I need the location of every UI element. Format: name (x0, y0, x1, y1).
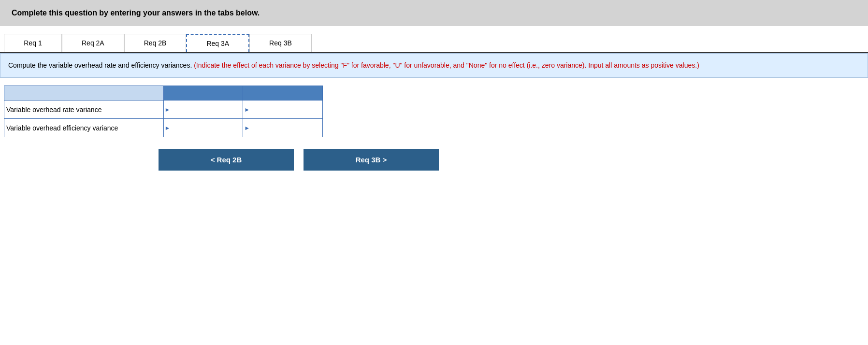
arrow-icon-4: ► (243, 125, 251, 131)
tab-req1[interactable]: Req 1 (4, 34, 62, 52)
efficiency-variance-effect-cell: ► (243, 119, 323, 137)
instruction-box: Compute the variable overhead rate and e… (0, 53, 868, 78)
rate-variance-amount-cell: ► (163, 101, 243, 119)
col-header-amount (163, 86, 243, 101)
table-row: Variable overhead efficiency variance ► … (4, 119, 323, 137)
arrow-icon-3: ► (164, 125, 172, 131)
instruction-black: Compute the variable overhead rate and e… (8, 61, 192, 69)
efficiency-variance-amount-input[interactable] (171, 120, 243, 136)
arrow-icon-1: ► (164, 106, 172, 113)
prev-button[interactable]: < Req 2B (159, 149, 294, 171)
tab-req3b[interactable]: Req 3B (249, 34, 312, 52)
instruction-red: (Indicate the effect of each variance by… (194, 61, 699, 69)
efficiency-variance-amount-cell: ► (163, 119, 243, 137)
tab-req2b[interactable]: Req 2B (124, 34, 187, 52)
tabs-container: Req 1 Req 2A Req 2B Req 3A Req 3B (0, 34, 868, 53)
col-header-effect (243, 86, 323, 101)
rate-variance-amount-input[interactable] (171, 101, 243, 118)
efficiency-variance-effect-input[interactable] (251, 120, 322, 136)
header-banner: Complete this question by entering your … (0, 0, 868, 26)
content-area: Variable overhead rate variance ► ► Vari… (0, 78, 868, 178)
arrow-icon-2: ► (243, 106, 251, 113)
tab-req2a[interactable]: Req 2A (62, 34, 124, 52)
row-label-efficiency-variance: Variable overhead efficiency variance (4, 119, 164, 137)
row-label-rate-variance: Variable overhead rate variance (4, 101, 164, 119)
rate-variance-effect-cell: ► (243, 101, 323, 119)
next-button[interactable]: Req 3B > (304, 149, 439, 171)
col-header-label (4, 86, 164, 101)
tab-req3a[interactable]: Req 3A (186, 34, 249, 52)
rate-variance-effect-input[interactable] (251, 101, 322, 118)
variance-table: Variable overhead rate variance ► ► Vari… (4, 86, 323, 137)
table-row: Variable overhead rate variance ► ► (4, 101, 323, 119)
buttons-row: < Req 2B Req 3B > (159, 149, 864, 171)
header-instruction: Complete this question by entering your … (12, 9, 260, 17)
